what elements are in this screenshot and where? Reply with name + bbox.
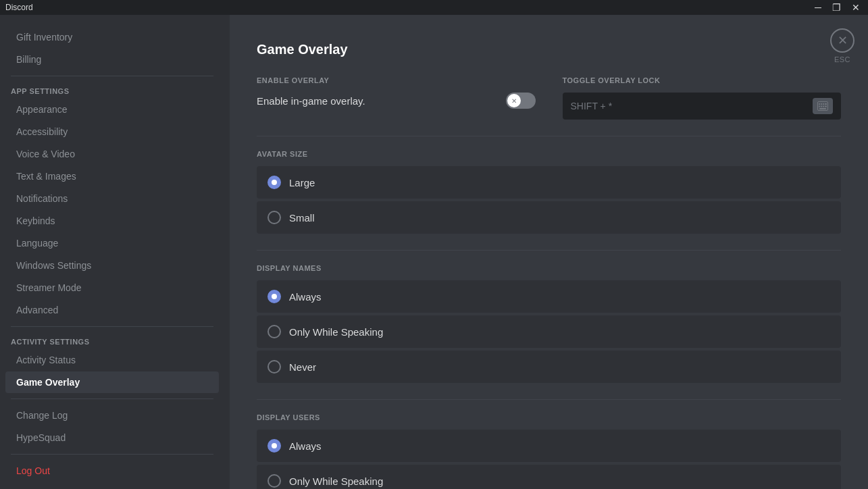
keybind-value: SHIFT + * xyxy=(571,101,808,111)
toggle-lock-label: TOGGLE OVERLAY LOCK xyxy=(563,76,842,84)
display-names-section: DISPLAY NAMES Always Only While Speaking… xyxy=(257,264,841,383)
display-names-never-option[interactable]: Never xyxy=(257,351,841,383)
toggle-knob xyxy=(507,94,521,107)
activity-settings-label: ACTIVITY SETTINGS xyxy=(0,332,224,349)
display-users-speaking-radio[interactable] xyxy=(267,474,281,488)
keybind-field[interactable]: SHIFT + * xyxy=(563,93,842,120)
sidebar-item-keybinds[interactable]: Keybinds xyxy=(5,210,219,232)
enable-overlay-label: ENABLE OVERLAY xyxy=(257,76,536,84)
display-names-label: DISPLAY NAMES xyxy=(257,264,841,272)
sidebar-item-hypesquad[interactable]: HypeSquad xyxy=(5,427,219,448)
sidebar-item-language[interactable]: Language xyxy=(5,232,219,254)
display-names-speaking-label: Only While Speaking xyxy=(289,326,383,338)
window-controls: ─ ❐ ✕ xyxy=(812,3,863,12)
display-names-always-radio[interactable] xyxy=(267,290,281,303)
avatar-size-large-option[interactable]: Large xyxy=(257,166,841,199)
enable-overlay-text: Enable in-game overlay. xyxy=(257,95,365,107)
avatar-size-small-radio[interactable] xyxy=(267,211,281,224)
sidebar-item-advanced[interactable]: Advanced xyxy=(5,299,219,321)
content-divider-3 xyxy=(257,399,841,400)
page-title: Game Overlay xyxy=(257,42,841,57)
keyboard-icon xyxy=(817,101,828,111)
display-users-always-option[interactable]: Always xyxy=(257,430,841,462)
sidebar-item-windows-settings[interactable]: Windows Settings xyxy=(5,255,219,276)
svg-rect-7 xyxy=(823,106,824,107)
enable-overlay-row: Enable in-game overlay. xyxy=(257,93,536,109)
sidebar-item-gift-inventory[interactable]: Gift Inventory xyxy=(5,26,219,48)
app-title: Discord xyxy=(5,3,33,12)
sidebar-item-game-overlay[interactable]: Game Overlay xyxy=(5,371,219,393)
display-users-speaking-label: Only While Speaking xyxy=(289,475,383,487)
sidebar-divider-1 xyxy=(11,76,213,76)
restore-button[interactable]: ❐ xyxy=(829,3,844,12)
svg-rect-4 xyxy=(825,103,827,105)
display-names-speaking-radio[interactable] xyxy=(267,325,281,338)
sidebar-item-change-log[interactable]: Change Log xyxy=(5,405,219,426)
svg-rect-5 xyxy=(819,106,820,107)
sidebar-item-voice-video[interactable]: Voice & Video xyxy=(5,143,219,165)
avatar-size-section: AVATAR SIZE Large Small xyxy=(257,150,841,234)
avatar-size-large-radio[interactable] xyxy=(267,176,281,189)
sidebar-item-text-images[interactable]: Text & Images xyxy=(5,165,219,187)
svg-rect-9 xyxy=(819,108,826,109)
keybind-keyboard-button[interactable] xyxy=(813,98,833,114)
sidebar-item-appearance[interactable]: Appearance xyxy=(5,99,219,120)
display-names-never-label: Never xyxy=(289,361,316,373)
enable-overlay-toggle[interactable] xyxy=(506,93,536,109)
display-names-always-label: Always xyxy=(289,291,322,303)
enable-overlay-group: ENABLE OVERLAY Enable in-game overlay. xyxy=(257,76,536,120)
toggle-lock-group: TOGGLE OVERLAY LOCK SHIFT + * xyxy=(563,76,842,120)
svg-rect-8 xyxy=(825,106,827,107)
avatar-size-small-label: Small xyxy=(289,212,315,224)
sidebar-item-accessibility[interactable]: Accessibility xyxy=(5,121,219,143)
app-settings-label: APP SETTINGS xyxy=(0,82,224,98)
svg-rect-6 xyxy=(821,106,822,107)
display-users-always-radio[interactable] xyxy=(267,439,281,453)
close-button-area[interactable]: ✕ ESC xyxy=(830,28,854,63)
close-esc-label: ESC xyxy=(834,55,850,63)
display-users-speaking-option[interactable]: Only While Speaking xyxy=(257,465,841,489)
close-button[interactable]: ✕ xyxy=(830,28,854,53)
display-users-label: DISPLAY USERS xyxy=(257,413,841,421)
title-bar: Discord ─ ❐ ✕ xyxy=(0,0,868,15)
sidebar-divider-3 xyxy=(11,398,213,399)
display-names-always-option[interactable]: Always xyxy=(257,280,841,313)
avatar-size-small-option[interactable]: Small xyxy=(257,201,841,234)
close-window-button[interactable]: ✕ xyxy=(849,3,863,12)
display-names-speaking-option[interactable]: Only While Speaking xyxy=(257,315,841,348)
sidebar-item-streamer-mode[interactable]: Streamer Mode xyxy=(5,277,219,299)
sidebar: Gift Inventory Billing APP SETTINGS Appe… xyxy=(0,15,230,489)
display-users-section: DISPLAY USERS Always Only While Speaking xyxy=(257,413,841,489)
content-divider-2 xyxy=(257,250,841,251)
enable-toggle-row: ENABLE OVERLAY Enable in-game overlay. T… xyxy=(257,76,841,120)
avatar-size-label: AVATAR SIZE xyxy=(257,150,841,158)
content-area: ✕ ESC Game Overlay ENABLE OVERLAY Enable… xyxy=(230,15,868,489)
avatar-size-large-label: Large xyxy=(289,177,315,188)
content-divider-1 xyxy=(257,136,841,136)
sidebar-divider-2 xyxy=(11,326,213,327)
main-layout: Gift Inventory Billing APP SETTINGS Appe… xyxy=(0,15,868,489)
minimize-button[interactable]: ─ xyxy=(812,3,824,12)
logout-button[interactable]: Log Out xyxy=(5,460,219,482)
display-users-always-label: Always xyxy=(289,440,322,452)
display-names-never-radio[interactable] xyxy=(267,360,281,374)
svg-rect-2 xyxy=(821,103,822,105)
sidebar-item-activity-status[interactable]: Activity Status xyxy=(5,349,219,371)
sidebar-item-billing[interactable]: Billing xyxy=(5,49,219,70)
svg-rect-3 xyxy=(823,103,824,105)
sidebar-item-notifications[interactable]: Notifications xyxy=(5,188,219,209)
svg-rect-1 xyxy=(819,103,820,105)
sidebar-divider-4 xyxy=(11,454,213,455)
